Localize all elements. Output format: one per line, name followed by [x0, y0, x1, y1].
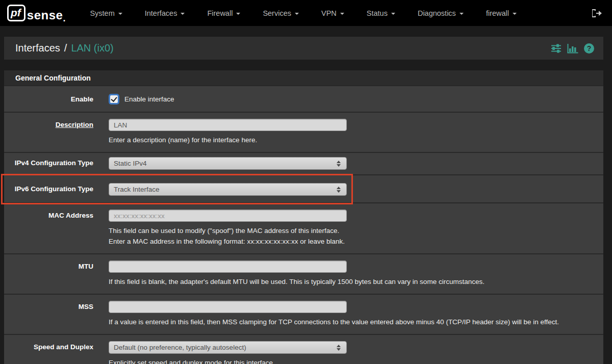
select-arrows-icon [337, 187, 342, 193]
enable-interface-checkbox[interactable] [110, 95, 118, 103]
menu-diagnostics[interactable]: Diagnostics [406, 9, 475, 17]
ipv6-configuration-type-row: IPv6 Configuration Type Track Interface [4, 175, 603, 203]
ipv6-configuration-type-select[interactable]: Track Interface [109, 183, 347, 196]
menu-firewall[interactable]: Firewall [196, 9, 251, 17]
breadcrumb: Interfaces / LAN (ix0) [15, 42, 114, 54]
speed-and-duplex-help-1: Explicitly set speed and duplex mode for… [109, 357, 603, 364]
pfsense-logo-mark: . [63, 16, 65, 21]
ipv6-configuration-type-label: IPv6 Configuration Type [4, 183, 93, 196]
mac-address-input[interactable] [109, 210, 347, 222]
mtu-help: If this field is blank, the adapter's de… [109, 276, 603, 287]
sliders-icon[interactable] [551, 43, 562, 54]
enable-row: Enable Enable interface [4, 86, 603, 113]
question-circle-icon[interactable]: ? [584, 43, 594, 54]
mtu-label: MTU [4, 261, 93, 287]
menu-services[interactable]: Services [251, 9, 310, 17]
speed-and-duplex-label: Speed and Duplex [4, 341, 93, 364]
general-configuration-panel: General Configuration Enable Enable inte… [4, 70, 603, 364]
breadcrumb-bar: Interfaces / LAN (ix0) [4, 37, 603, 60]
help-glyph: ? [584, 43, 594, 54]
menu-vpn[interactable]: VPN [310, 9, 355, 17]
menu-firewall-label: Firewall [207, 9, 233, 17]
select-arrows-icon [337, 345, 342, 351]
ipv4-configuration-type-value: Static IPv4 [114, 160, 337, 167]
menu-interfaces[interactable]: Interfaces [134, 9, 196, 17]
chevron-down-icon [460, 13, 464, 15]
top-navbar: pfsense. System Interfaces Firewall Serv… [0, 0, 612, 26]
chevron-down-icon [118, 13, 122, 15]
mac-address-label: MAC Address [4, 210, 93, 247]
mss-help: If a value is entered in this field, the… [109, 317, 603, 327]
description-help: Enter a description (name) for the inter… [109, 135, 603, 145]
mss-row: MSS If a value is entered in this field,… [4, 295, 603, 335]
menu-system-label: System [90, 9, 114, 17]
menu-hostname-firewall-label: firewall [486, 9, 509, 17]
mac-address-help-1: This field can be used to modify ("spoof… [109, 225, 603, 236]
speed-and-duplex-select[interactable]: Default (no preference, typically autose… [109, 341, 347, 354]
menu-status[interactable]: Status [355, 9, 406, 17]
speed-and-duplex-value: Default (no preference, typically autose… [114, 344, 337, 351]
menu-diagnostics-label: Diagnostics [418, 9, 456, 17]
chevron-down-icon [236, 13, 240, 15]
chevron-down-icon [340, 13, 344, 15]
menu-vpn-label: VPN [321, 9, 337, 17]
mtu-input[interactable] [109, 261, 347, 273]
menu-system[interactable]: System [79, 9, 133, 17]
menu-interfaces-label: Interfaces [145, 9, 177, 17]
mss-label: MSS [4, 301, 93, 327]
breadcrumb-separator: / [64, 42, 67, 54]
chevron-down-icon [295, 13, 299, 15]
chevron-down-icon [513, 13, 517, 15]
sign-out-icon[interactable] [591, 8, 602, 18]
panel-title: General Configuration [4, 70, 603, 86]
breadcrumb-section: Interfaces [15, 42, 60, 54]
ipv6-configuration-type-value: Track Interface [114, 186, 337, 193]
description-row: Description Enter a description (name) f… [4, 113, 603, 153]
chevron-down-icon [391, 13, 395, 15]
menu-hostname-firewall[interactable]: firewall [475, 9, 528, 17]
menu-services-label: Services [263, 9, 291, 17]
description-input[interactable] [109, 119, 347, 131]
speed-and-duplex-row: Speed and Duplex Default (no preference,… [4, 335, 603, 364]
select-arrows-icon [337, 161, 342, 167]
mtu-row: MTU If this field is blank, the adapter'… [4, 254, 603, 295]
pfsense-logo[interactable]: pfsense. [7, 5, 65, 21]
bar-chart-icon[interactable] [567, 43, 578, 54]
ipv4-configuration-type-row: IPv4 Configuration Type Static IPv4 [4, 153, 603, 175]
description-label: Description [56, 121, 93, 128]
menu-status-label: Status [367, 9, 388, 17]
mac-address-help-2: Enter a MAC address in the following for… [109, 236, 603, 247]
chevron-down-icon [181, 13, 185, 15]
pfsense-logo-sense: sense [27, 9, 63, 21]
ipv4-configuration-type-select[interactable]: Static IPv4 [109, 157, 347, 170]
mac-address-row: MAC Address This field can be used to mo… [4, 203, 603, 254]
enable-label: Enable [4, 93, 93, 105]
mss-input[interactable] [109, 301, 347, 313]
pfsense-logo-pf: pf [7, 5, 26, 21]
breadcrumb-page: LAN (ix0) [71, 42, 113, 54]
ipv4-configuration-type-label: IPv4 Configuration Type [4, 157, 93, 170]
enable-interface-checkbox-label: Enable interface [124, 95, 174, 103]
navbar-menu: System Interfaces Firewall Services VPN … [79, 9, 528, 17]
